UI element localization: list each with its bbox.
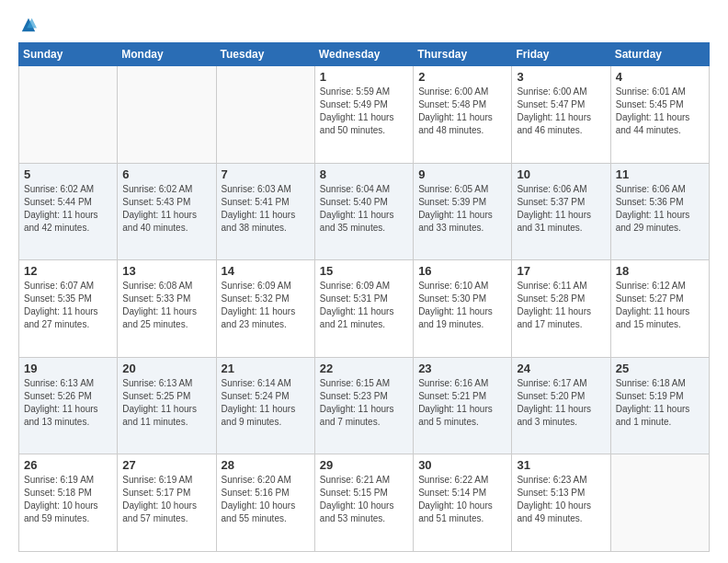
day-info: Sunrise: 6:06 AMSunset: 5:36 PMDaylight:… [616, 183, 704, 235]
col-header-sunday: Sunday [19, 43, 118, 66]
day-info: Sunrise: 6:13 AMSunset: 5:26 PMDaylight:… [24, 377, 112, 429]
day-info: Sunrise: 6:02 AMSunset: 5:43 PMDaylight:… [122, 183, 210, 235]
calendar-cell: 12Sunrise: 6:07 AMSunset: 5:35 PMDayligh… [19, 260, 118, 358]
day-number: 26 [24, 458, 112, 472]
calendar-cell: 3Sunrise: 6:00 AMSunset: 5:47 PMDaylight… [512, 66, 610, 164]
day-number: 28 [222, 458, 310, 472]
day-number: 13 [122, 264, 210, 278]
logo-icon [20, 17, 37, 33]
day-info: Sunrise: 6:23 AMSunset: 5:13 PMDaylight:… [517, 474, 605, 525]
day-info: Sunrise: 6:18 AMSunset: 5:19 PMDaylight:… [616, 377, 704, 429]
calendar-cell: 21Sunrise: 6:14 AMSunset: 5:24 PMDayligh… [216, 357, 314, 454]
calendar-header-row: SundayMondayTuesdayWednesdayThursdayFrid… [19, 43, 710, 66]
day-number: 29 [320, 458, 408, 472]
day-number: 25 [616, 362, 704, 375]
calendar-cell: 14Sunrise: 6:09 AMSunset: 5:32 PMDayligh… [216, 260, 314, 358]
col-header-friday: Friday [512, 43, 610, 66]
calendar-cell: 24Sunrise: 6:17 AMSunset: 5:20 PMDayligh… [512, 357, 610, 454]
calendar-cell: 29Sunrise: 6:21 AMSunset: 5:15 PMDayligh… [314, 454, 413, 552]
day-info: Sunrise: 6:22 AMSunset: 5:14 PMDaylight:… [418, 474, 506, 525]
day-number: 16 [418, 264, 506, 278]
calendar-cell: 28Sunrise: 6:20 AMSunset: 5:16 PMDayligh… [216, 454, 314, 552]
col-header-thursday: Thursday [414, 43, 512, 66]
calendar-cell: 31Sunrise: 6:23 AMSunset: 5:13 PMDayligh… [512, 454, 610, 552]
calendar-cell: 18Sunrise: 6:12 AMSunset: 5:27 PMDayligh… [610, 260, 709, 358]
day-info: Sunrise: 6:02 AMSunset: 5:44 PMDaylight:… [24, 183, 112, 235]
col-header-saturday: Saturday [610, 43, 709, 66]
calendar-cell: 9Sunrise: 6:05 AMSunset: 5:39 PMDaylight… [414, 163, 512, 260]
col-header-tuesday: Tuesday [216, 43, 314, 66]
day-number: 10 [517, 167, 605, 181]
day-info: Sunrise: 6:08 AMSunset: 5:33 PMDaylight:… [122, 280, 210, 331]
calendar-cell: 20Sunrise: 6:13 AMSunset: 5:25 PMDayligh… [118, 357, 216, 454]
day-info: Sunrise: 6:14 AMSunset: 5:24 PMDaylight:… [222, 377, 310, 429]
day-number: 1 [320, 70, 408, 84]
day-info: Sunrise: 6:03 AMSunset: 5:41 PMDaylight:… [222, 183, 310, 235]
calendar-cell: 25Sunrise: 6:18 AMSunset: 5:19 PMDayligh… [610, 357, 709, 454]
calendar-cell: 19Sunrise: 6:13 AMSunset: 5:26 PMDayligh… [19, 357, 118, 454]
day-number: 20 [122, 362, 210, 375]
calendar-cell [610, 454, 709, 552]
calendar-row-4: 19Sunrise: 6:13 AMSunset: 5:26 PMDayligh… [19, 357, 710, 454]
calendar-cell: 5Sunrise: 6:02 AMSunset: 5:44 PMDaylight… [19, 163, 118, 260]
day-info: Sunrise: 5:59 AMSunset: 5:49 PMDaylight:… [320, 86, 408, 137]
day-info: Sunrise: 6:13 AMSunset: 5:25 PMDaylight:… [122, 377, 210, 429]
day-info: Sunrise: 6:05 AMSunset: 5:39 PMDaylight:… [418, 183, 506, 235]
day-info: Sunrise: 6:07 AMSunset: 5:35 PMDaylight:… [24, 280, 112, 331]
calendar-cell [19, 66, 118, 164]
day-number: 31 [517, 458, 605, 472]
calendar-cell [216, 66, 314, 164]
calendar-cell: 26Sunrise: 6:19 AMSunset: 5:18 PMDayligh… [19, 454, 118, 552]
calendar-cell: 7Sunrise: 6:03 AMSunset: 5:41 PMDaylight… [216, 163, 314, 260]
calendar-cell: 2Sunrise: 6:00 AMSunset: 5:48 PMDaylight… [414, 66, 512, 164]
col-header-monday: Monday [118, 43, 216, 66]
day-number: 14 [222, 264, 310, 278]
day-number: 9 [418, 167, 506, 181]
day-number: 21 [222, 362, 310, 375]
day-number: 30 [418, 458, 506, 472]
day-number: 18 [616, 264, 704, 278]
day-number: 5 [24, 167, 112, 181]
calendar-row-2: 5Sunrise: 6:02 AMSunset: 5:44 PMDaylight… [19, 163, 710, 260]
day-info: Sunrise: 6:11 AMSunset: 5:28 PMDaylight:… [517, 280, 605, 331]
day-number: 2 [418, 70, 506, 84]
day-info: Sunrise: 6:12 AMSunset: 5:27 PMDaylight:… [616, 280, 704, 331]
day-info: Sunrise: 6:19 AMSunset: 5:17 PMDaylight:… [122, 474, 210, 525]
day-number: 17 [517, 264, 605, 278]
day-info: Sunrise: 6:09 AMSunset: 5:31 PMDaylight:… [320, 280, 408, 331]
calendar-cell: 10Sunrise: 6:06 AMSunset: 5:37 PMDayligh… [512, 163, 610, 260]
page: SundayMondayTuesdayWednesdayThursdayFrid… [0, 0, 728, 563]
calendar-cell [118, 66, 216, 164]
calendar-table: SundayMondayTuesdayWednesdayThursdayFrid… [18, 42, 710, 552]
day-info: Sunrise: 6:16 AMSunset: 5:21 PMDaylight:… [418, 377, 506, 429]
day-number: 6 [122, 167, 210, 181]
calendar-cell: 30Sunrise: 6:22 AMSunset: 5:14 PMDayligh… [414, 454, 512, 552]
day-number: 12 [24, 264, 112, 278]
col-header-wednesday: Wednesday [314, 43, 413, 66]
day-number: 24 [517, 362, 605, 375]
calendar-cell: 11Sunrise: 6:06 AMSunset: 5:36 PMDayligh… [610, 163, 709, 260]
calendar-cell: 27Sunrise: 6:19 AMSunset: 5:17 PMDayligh… [118, 454, 216, 552]
day-number: 22 [320, 362, 408, 375]
day-info: Sunrise: 6:15 AMSunset: 5:23 PMDaylight:… [320, 377, 408, 429]
day-info: Sunrise: 6:19 AMSunset: 5:18 PMDaylight:… [24, 474, 112, 525]
calendar-row-3: 12Sunrise: 6:07 AMSunset: 5:35 PMDayligh… [19, 260, 710, 358]
day-number: 4 [616, 70, 704, 84]
day-info: Sunrise: 6:20 AMSunset: 5:16 PMDaylight:… [222, 474, 310, 525]
day-number: 11 [616, 167, 704, 181]
calendar-cell: 17Sunrise: 6:11 AMSunset: 5:28 PMDayligh… [512, 260, 610, 358]
day-info: Sunrise: 6:04 AMSunset: 5:40 PMDaylight:… [320, 183, 408, 235]
calendar-row-5: 26Sunrise: 6:19 AMSunset: 5:18 PMDayligh… [19, 454, 710, 552]
day-info: Sunrise: 6:21 AMSunset: 5:15 PMDaylight:… [320, 474, 408, 525]
calendar-cell: 4Sunrise: 6:01 AMSunset: 5:45 PMDaylight… [610, 66, 709, 164]
header [18, 17, 710, 33]
logo [18, 17, 37, 33]
calendar-cell: 16Sunrise: 6:10 AMSunset: 5:30 PMDayligh… [414, 260, 512, 358]
day-info: Sunrise: 6:17 AMSunset: 5:20 PMDaylight:… [517, 377, 605, 429]
day-number: 19 [24, 362, 112, 375]
calendar-cell: 23Sunrise: 6:16 AMSunset: 5:21 PMDayligh… [414, 357, 512, 454]
day-info: Sunrise: 6:00 AMSunset: 5:47 PMDaylight:… [517, 86, 605, 137]
day-number: 8 [320, 167, 408, 181]
day-number: 23 [418, 362, 506, 375]
calendar-cell: 1Sunrise: 5:59 AMSunset: 5:49 PMDaylight… [314, 66, 413, 164]
